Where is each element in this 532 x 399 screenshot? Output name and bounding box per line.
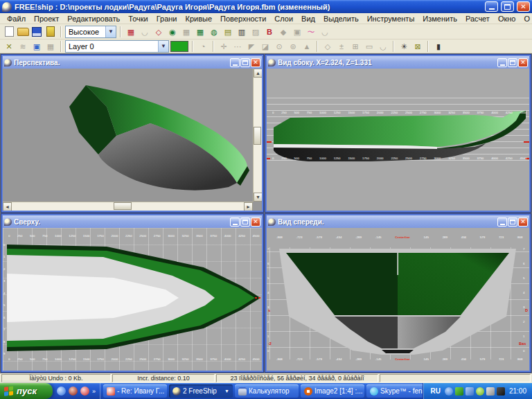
new-face-icon[interactable]: ◤ <box>245 41 258 52</box>
scroll-up-icon[interactable]: ▲ <box>254 69 262 78</box>
curve-icon[interactable]: ◡ <box>377 41 389 52</box>
tray-agent-icon[interactable] <box>455 387 463 396</box>
grid-faded-icon[interactable]: ▦ <box>44 41 57 52</box>
tray-antivirus-icon[interactable] <box>476 387 484 396</box>
viewport-title-bar[interactable]: Вид спереди. ✕ <box>267 215 529 228</box>
developability-icon[interactable]: ▦ <box>180 26 193 37</box>
move-points-icon[interactable]: ✛ <box>218 41 230 52</box>
menu-item[interactable]: О программе. <box>520 15 532 23</box>
start-button[interactable]: пуск <box>0 383 53 399</box>
menu-item[interactable]: Кривые <box>181 15 217 23</box>
remove-star-icon[interactable]: ✳ <box>398 41 410 52</box>
unlock-icon[interactable]: ⊚ <box>287 41 299 52</box>
task-freeship-group[interactable]: 2 FreeShip ▼ <box>169 384 233 398</box>
layer-color-swatch[interactable] <box>170 41 188 52</box>
shade-icon[interactable]: ◡ <box>139 26 151 37</box>
scroll-down-icon[interactable]: ▼ <box>254 193 262 202</box>
menu-item[interactable]: Проект <box>30 15 63 23</box>
close-button[interactable]: ✕ <box>251 58 260 67</box>
intersect-icon[interactable]: ⊞ <box>349 41 362 52</box>
wireframe-icon[interactable]: ▦ <box>125 26 137 37</box>
markers-icon[interactable]: ◡ <box>319 26 331 37</box>
close-button[interactable]: ✕ <box>251 218 260 227</box>
buttocks-icon[interactable]: ▥ <box>236 26 248 37</box>
minimize-button[interactable] <box>230 58 240 67</box>
layer-combobox[interactable]: Layer 0 ▼ <box>65 40 169 53</box>
menu-item[interactable]: Слои <box>270 15 297 23</box>
scroll-right-icon[interactable]: ► <box>244 202 253 211</box>
chevron-down-icon[interactable]: ▼ <box>158 41 168 52</box>
minimize-button[interactable] <box>497 218 507 227</box>
horizontal-scrollbar[interactable]: ◄ ► <box>3 202 253 211</box>
quick-launch-icon-1[interactable] <box>57 387 66 396</box>
menu-item[interactable]: Точки <box>124 15 152 23</box>
maximize-button[interactable] <box>240 58 250 67</box>
lock-icon[interactable]: ⊙ <box>273 41 285 52</box>
check-icon[interactable]: ⊠ <box>411 41 424 52</box>
gauss-curvature-icon[interactable]: ◇ <box>152 26 165 37</box>
menu-item[interactable]: Редактировать <box>63 15 124 23</box>
minimize-button[interactable] <box>485 1 498 12</box>
scrollbar-thumb[interactable] <box>254 127 261 145</box>
hydrostatic-features-icon[interactable]: B <box>263 26 276 37</box>
tray-skype-icon[interactable] <box>497 387 505 396</box>
scrollbar-thumb[interactable] <box>114 202 132 210</box>
tray-hide-icon[interactable] <box>445 387 453 396</box>
quick-launch-icon-2[interactable] <box>69 387 78 396</box>
task-calculator[interactable]: Калькулятор <box>235 384 299 398</box>
vertical-scrollbar[interactable]: ▲ ▼ <box>253 69 262 202</box>
task-image-viewer[interactable]: Image2 [1:4] :... <box>301 384 364 398</box>
save-file-icon[interactable] <box>30 26 43 37</box>
group-arrow-icon[interactable]: ▼ <box>224 389 229 393</box>
menu-item[interactable]: Выделить <box>319 15 363 23</box>
flowlines-icon[interactable]: ▣ <box>291 26 303 37</box>
viewport-title-bar[interactable]: Сверху. ✕ <box>3 215 262 228</box>
task-mail[interactable]: - Re: Ивану Г... <box>103 384 167 398</box>
curvature-icon[interactable]: 〜 <box>305 26 317 37</box>
language-indicator[interactable]: RU <box>429 387 443 396</box>
exit-icon[interactable] <box>44 26 57 37</box>
scroll-left-icon[interactable]: ◄ <box>3 202 12 211</box>
restore-button[interactable] <box>501 1 514 12</box>
front-view-canvas[interactable]: -868-723-579-434-289-145Centerline145289… <box>267 228 529 371</box>
collapse-icon[interactable]: ⋯ <box>231 41 244 52</box>
menu-item[interactable]: Файл <box>3 15 30 23</box>
diagonals-icon[interactable]: ▨ <box>249 26 262 37</box>
new-file-icon[interactable] <box>3 26 15 37</box>
task-skype[interactable]: Skype™ - fenik... <box>366 384 423 398</box>
close-button[interactable]: ✕ <box>517 1 530 12</box>
zebra-shading-icon[interactable]: ◉ <box>166 26 179 37</box>
lock-all-icon[interactable]: ▲ <box>301 41 313 52</box>
menu-item[interactable]: Расчет <box>461 15 494 23</box>
grid-icon[interactable]: ▦ <box>194 26 206 37</box>
resize-model-icon[interactable]: ✕ <box>3 41 15 52</box>
menu-item[interactable]: Окно <box>494 15 520 23</box>
tray-volume-icon[interactable] <box>486 387 495 396</box>
stations-icon[interactable]: ◍ <box>208 26 220 37</box>
viewport-title-bar[interactable]: Перспектива. ✕ <box>3 56 262 69</box>
menu-item[interactable]: Грани <box>152 15 181 23</box>
maximize-button[interactable] <box>508 58 517 67</box>
perspective-canvas[interactable]: ▲ ▼ ◄ ► <box>3 69 262 211</box>
quick-launch-icon-3[interactable] <box>80 387 89 396</box>
maximize-button[interactable] <box>240 218 250 227</box>
side-view-canvas[interactable]: 0250500750100012501500175020002250250027… <box>267 69 529 211</box>
layers-icon[interactable]: ≋ <box>17 41 29 52</box>
rotate-icon[interactable]: ◔ <box>197 41 209 52</box>
minimize-button[interactable] <box>230 218 240 227</box>
top-view-canvas[interactable]: 0250500750100012501500175020002250250027… <box>3 228 262 371</box>
viewport-title-bar[interactable]: Вид сбоку. X=2.324, Z=1.331 ✕ <box>267 56 529 69</box>
close-button[interactable]: ✕ <box>518 218 528 227</box>
menu-item[interactable]: Поверхности <box>216 15 270 23</box>
split-edge-icon[interactable]: ± <box>335 41 348 52</box>
deselect-icon[interactable]: ◇ <box>321 41 334 52</box>
menu-item[interactable]: Вид <box>297 15 319 23</box>
minimize-button[interactable] <box>497 58 507 67</box>
name-plate-icon[interactable]: ▭ <box>363 41 375 52</box>
close-button[interactable]: ✕ <box>518 58 528 67</box>
chevron-more-icon[interactable]: » <box>92 388 96 395</box>
background-image-icon[interactable]: ▣ <box>30 41 43 52</box>
menu-item[interactable]: Изменить <box>418 15 461 23</box>
open-file-icon[interactable] <box>17 26 29 37</box>
maximize-button[interactable] <box>508 218 517 227</box>
